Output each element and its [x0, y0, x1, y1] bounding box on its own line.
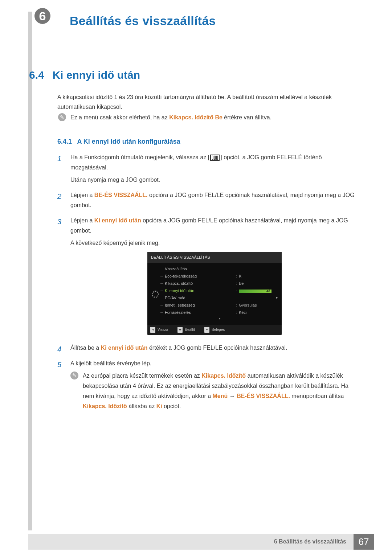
step-number: 4 — [57, 343, 64, 356]
page-footer: 6 Beállítás és visszaállítás 67 — [28, 534, 374, 550]
step-4: 4 Állítsa be a Ki ennyi idő után értékét… — [57, 343, 359, 356]
osd-item: Visszaállítás — [160, 266, 279, 272]
osd-item: Forrásészlelés — [160, 309, 234, 316]
step-number: 3 — [57, 216, 64, 340]
info-icon: ✎ — [58, 113, 66, 121]
step-2: 2 Lépjen a BE-ÉS VISSZAÁLL. opcióra a JO… — [57, 190, 359, 213]
back-key-icon: ◂ — [150, 327, 155, 333]
osd-value: Gyorsulás — [239, 302, 279, 309]
step-number: 2 — [57, 190, 64, 213]
section-intro-text: A kikapcsolási időzítő 1 és 23 óra közöt… — [57, 92, 359, 112]
subsection-heading: 6.4.1 A Ki ennyi idő után konfigurálása — [57, 138, 180, 145]
step-number: 5 — [57, 358, 64, 411]
osd-value: Be — [239, 280, 279, 287]
footer-page-number: 67 — [354, 534, 374, 550]
chevron-right-icon: ▸ — [276, 295, 278, 301]
section-heading: 6.4 Ki ennyi idő után — [29, 69, 356, 81]
osd-value: Ki — [239, 273, 279, 280]
enter-key-icon: ↵ — [204, 327, 209, 333]
subsection-number: 6.4.1 — [57, 138, 72, 145]
note-eu-timer: ✎ Az európai piacra készült termékek ese… — [70, 371, 359, 411]
set-key-icon: ◂▸ — [177, 327, 183, 333]
osd-footer: ◂Vissza ◂▸Beállít ↵Belépés — [147, 325, 282, 335]
osd-item: Ismétl. sebesség — [160, 302, 234, 309]
osd-screenshot: BEÁLLÍTÁS ÉS VISSZAÁLLÍTÁS Visszaállítás… — [147, 252, 282, 335]
chapter-title: Beállítás és visszaállítás — [70, 14, 216, 28]
arrow-right-icon: → — [229, 393, 235, 399]
osd-progress-bar: 4ó — [239, 290, 271, 293]
steps-list: 1 Ha a Funkciógomb útmutató megjelenik, … — [57, 152, 359, 414]
osd-item: Kikapcs. időzítő — [160, 280, 234, 287]
gear-icon — [152, 291, 159, 298]
section-title: Ki ennyi idő után — [52, 69, 140, 81]
section-number: 6.4 — [29, 69, 51, 81]
osd-title: BEÁLLÍTÁS ÉS VISSZAÁLLÍTÁS — [147, 252, 282, 263]
chevron-down-icon: ▾ — [160, 316, 279, 323]
info-icon: ✎ — [70, 372, 78, 379]
osd-item: PC/AV mód — [160, 295, 276, 301]
step-3: 3 Lépjen a Ki ennyi idő után opcióra a J… — [57, 216, 359, 340]
step-number: 1 — [57, 152, 64, 187]
note-text: Ez a menü csak akkor elérhető, ha az Kik… — [70, 112, 271, 122]
osd-value: Kézi — [239, 309, 279, 316]
sidebar-rule — [28, 12, 32, 530]
footer-chapter-label: 6 Beállítás és visszaállítás — [28, 534, 354, 550]
chapter-number-badge: 6 — [34, 8, 50, 24]
step-5: 5 A kijelölt beállítás érvénybe lép. ✎ A… — [57, 358, 359, 411]
note-availability: ✎ Ez a menü csak akkor elérhető, ha az K… — [58, 112, 356, 122]
menu-icon — [210, 155, 220, 161]
osd-item-selected: Ki ennyi idő után — [160, 287, 234, 294]
step-1: 1 Ha a Funkciógomb útmutató megjelenik, … — [57, 152, 359, 187]
subsection-title: A Ki ennyi idő után konfigurálása — [77, 138, 180, 145]
osd-item: Eco-takarékosság — [160, 273, 234, 280]
